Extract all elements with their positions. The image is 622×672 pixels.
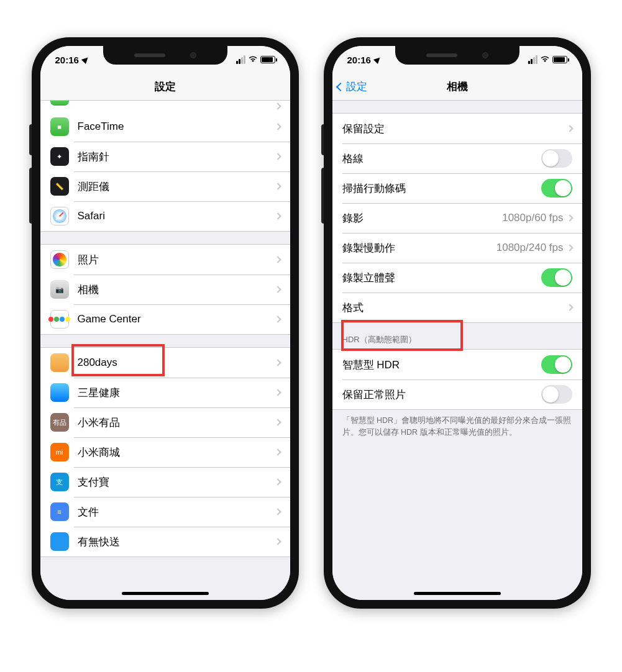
settings-row[interactable]: Game Center bbox=[40, 304, 290, 334]
navbar-title: 設定 bbox=[155, 79, 176, 94]
row-label: 三星健康 bbox=[78, 386, 275, 400]
chevron-right-icon bbox=[274, 212, 281, 219]
row-label: 280days bbox=[78, 356, 275, 369]
toggle-switch[interactable] bbox=[541, 268, 572, 287]
group-header-hdr: HDR（高動態範圍） bbox=[332, 323, 582, 349]
settings-row[interactable]: 📷相機 bbox=[40, 275, 290, 304]
row-label: 指南針 bbox=[78, 150, 275, 164]
toggle-switch[interactable] bbox=[541, 385, 572, 404]
row-label: 格式 bbox=[342, 301, 567, 315]
camera-group-hdr: 智慧型 HDR保留正常照片 bbox=[332, 349, 582, 410]
row-label: 錄製慢動作 bbox=[342, 241, 496, 255]
row-label: 保留正常照片 bbox=[342, 388, 541, 402]
chevron-right-icon bbox=[274, 508, 281, 515]
screen-left: 20:16 設定 ■FaceTime✦指南針📏 bbox=[40, 46, 290, 600]
row-label: 文件 bbox=[78, 505, 275, 519]
back-button[interactable]: 設定 bbox=[337, 79, 367, 94]
camera-row[interactable]: 保留設定 bbox=[332, 114, 582, 143]
toggle-switch[interactable] bbox=[541, 355, 572, 374]
settings-row[interactable]: mi小米商城 bbox=[40, 437, 290, 467]
content-left[interactable]: ■FaceTime✦指南針📏測距儀Safari 照片📷相機Game Center… bbox=[40, 101, 290, 600]
app-icon: 📷 bbox=[50, 280, 69, 299]
chevron-right-icon bbox=[274, 286, 281, 293]
row-label: 相機 bbox=[78, 283, 275, 297]
toggle-switch[interactable] bbox=[541, 179, 572, 198]
row-label: 有無快送 bbox=[78, 535, 275, 549]
chevron-right-icon bbox=[566, 244, 573, 251]
content-right[interactable]: 保留設定格線掃描行動條碼錄影1080p/60 fps錄製慢動作1080p/240… bbox=[332, 101, 582, 600]
camera-row[interactable]: 掃描行動條碼 bbox=[332, 173, 582, 203]
row-label: 照片 bbox=[78, 253, 275, 267]
home-indicator[interactable] bbox=[122, 592, 209, 595]
wifi-icon bbox=[248, 55, 258, 65]
status-time: 20:16 bbox=[55, 55, 79, 65]
row-label: 錄影 bbox=[342, 211, 503, 225]
notch bbox=[103, 46, 227, 65]
wifi-icon bbox=[540, 55, 550, 65]
settings-row[interactable]: Safari bbox=[40, 201, 290, 231]
camera-row[interactable]: 錄製立體聲 bbox=[332, 263, 582, 293]
row-label: Safari bbox=[78, 210, 275, 222]
chevron-right-icon bbox=[274, 359, 281, 366]
chevron-right-icon bbox=[274, 123, 281, 130]
settings-group-media: 照片📷相機Game Center bbox=[40, 244, 290, 335]
app-icon bbox=[50, 383, 69, 402]
chevron-right-icon bbox=[274, 419, 281, 425]
status-time: 20:16 bbox=[347, 55, 371, 65]
camera-row[interactable]: 保留正常照片 bbox=[332, 379, 582, 409]
settings-row[interactable]: ✦指南針 bbox=[40, 142, 290, 171]
row-label: 小米有品 bbox=[78, 415, 275, 430]
phone-left: 20:16 設定 ■FaceTime✦指南針📏 bbox=[32, 37, 299, 609]
signal-icon bbox=[236, 55, 245, 64]
notch bbox=[395, 46, 519, 65]
chevron-right-icon bbox=[274, 256, 281, 263]
settings-row[interactable]: 有品小米有品 bbox=[40, 407, 290, 437]
app-icon: 支 bbox=[50, 473, 69, 491]
settings-group-partial: ■FaceTime✦指南針📏測距儀Safari bbox=[40, 101, 290, 232]
row-label: FaceTime bbox=[78, 120, 275, 133]
row-detail: 1080p/60 fps bbox=[502, 212, 563, 224]
app-icon: ≡ bbox=[50, 502, 69, 521]
camera-row[interactable]: 智慧型 HDR bbox=[332, 350, 582, 379]
chevron-right-icon bbox=[274, 538, 281, 545]
signal-icon bbox=[528, 55, 537, 64]
camera-row[interactable]: 錄製慢動作1080p/240 fps bbox=[332, 233, 582, 263]
back-label: 設定 bbox=[346, 79, 367, 94]
chevron-right-icon bbox=[274, 153, 281, 160]
chevron-right-icon bbox=[274, 102, 281, 109]
settings-row[interactable]: ≡文件 bbox=[40, 497, 290, 527]
app-icon bbox=[50, 250, 69, 269]
settings-row-partial[interactable] bbox=[40, 101, 290, 112]
app-icon bbox=[50, 353, 69, 372]
group-footer-hdr: 「智慧型 HDR」會聰明地將不同曝光值的最好部分來合成一張照片。您可以儲存 HD… bbox=[332, 410, 582, 441]
app-icon: ■ bbox=[50, 117, 69, 136]
app-icon: ✦ bbox=[50, 147, 69, 166]
camera-row[interactable]: 格式 bbox=[332, 293, 582, 322]
settings-row[interactable]: 280days bbox=[40, 348, 290, 378]
row-label: 錄製立體聲 bbox=[342, 271, 541, 285]
settings-row[interactable]: ■FaceTime bbox=[40, 112, 290, 142]
settings-row[interactable]: 支支付寶 bbox=[40, 467, 290, 497]
phone-right: 20:16 設定 相機 保留設定格線掃描行動條碼錄影1080p/60 fps錄製… bbox=[324, 37, 591, 609]
toggle-switch[interactable] bbox=[541, 149, 572, 168]
row-label: 掃描行動條碼 bbox=[342, 181, 541, 196]
row-label: 智慧型 HDR bbox=[342, 358, 541, 372]
camera-row[interactable]: 錄影1080p/60 fps bbox=[332, 203, 582, 233]
settings-row[interactable]: 三星健康 bbox=[40, 378, 290, 407]
settings-row[interactable]: 有無快送 bbox=[40, 527, 290, 556]
camera-group-main: 保留設定格線掃描行動條碼錄影1080p/60 fps錄製慢動作1080p/240… bbox=[332, 113, 582, 323]
camera-row[interactable]: 格線 bbox=[332, 143, 582, 173]
app-icon: 📏 bbox=[50, 177, 69, 196]
chevron-right-icon bbox=[274, 478, 281, 485]
settings-row[interactable]: 📏測距儀 bbox=[40, 171, 290, 201]
settings-row[interactable]: 照片 bbox=[40, 245, 290, 275]
chevron-right-icon bbox=[274, 183, 281, 189]
home-indicator[interactable] bbox=[414, 592, 501, 595]
row-label: Game Center bbox=[78, 313, 275, 325]
row-label: 保留設定 bbox=[342, 122, 567, 136]
chevron-left-icon bbox=[336, 82, 344, 91]
row-label: 小米商城 bbox=[78, 445, 275, 460]
app-icon bbox=[50, 207, 69, 225]
settings-group-apps: 280days三星健康有品小米有品mi小米商城支支付寶≡文件有無快送 bbox=[40, 347, 290, 557]
row-label: 測距儀 bbox=[78, 179, 275, 194]
